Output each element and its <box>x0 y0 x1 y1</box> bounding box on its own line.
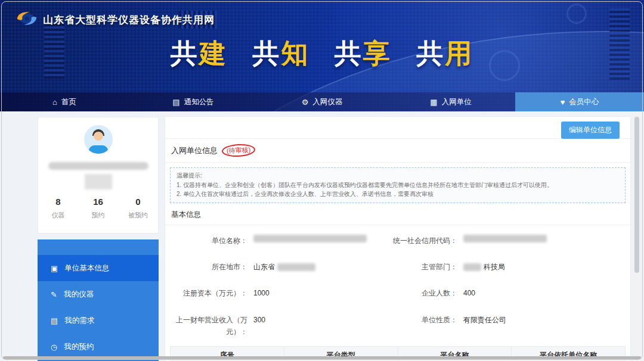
scrollbar-thumb[interactable] <box>634 117 639 273</box>
sidebar-item-label: 单位基本信息 <box>64 263 109 273</box>
my-instruments-icon: ✎ <box>51 291 57 298</box>
nav-tab-instruments[interactable]: ⚙ 入网仪器 <box>258 92 386 111</box>
field-value: 科技局 <box>457 261 505 273</box>
avatar <box>84 125 113 154</box>
field-text: 1000 <box>253 287 270 299</box>
field-label: 注册资本（万元）： <box>170 287 247 299</box>
avatar-body <box>89 145 108 154</box>
nav-tab-label: 通知公告 <box>184 97 214 107</box>
page: 山东省大型科学仪器设备协作共用网 共建 共知 共享 共用 ⌂ 首页 ▤ 通知公告… <box>0 0 644 361</box>
my-bookings-icon: ◷ <box>51 343 57 351</box>
nav-tab-label: 入网单位 <box>442 97 472 107</box>
field-employee-count: 企业人数： 400 <box>380 287 626 299</box>
status-badge-pending-review: (待审核) <box>221 144 255 158</box>
slogan-word: 共用 <box>416 36 473 71</box>
notice-title: 温馨提示: <box>177 171 619 181</box>
sidebar-item-my-instruments[interactable]: ✎ 我的仪器 <box>38 281 159 307</box>
field-value: 300 <box>247 314 265 326</box>
window-bottom-edge <box>3 356 641 359</box>
slogan-word: 共建 <box>171 36 228 71</box>
field-authority: 主管部门： 科技局 <box>380 261 626 273</box>
redacted-value <box>253 235 367 242</box>
ring-decoration <box>566 4 587 24</box>
redacted-value <box>463 263 481 271</box>
redacted-sub-info <box>85 174 112 189</box>
notice-icon: ▤ <box>172 98 179 106</box>
main-panel: 编辑单位信息 入网单位信息 (待审核) 温馨提示: 1. 仪器持有单位、企业和创… <box>165 116 631 361</box>
site-title: 山东省大型科学仪器设备协作共用网 <box>43 13 215 27</box>
stat-booked: 0 被预约 <box>118 197 158 220</box>
nav-tab-organizations[interactable]: ▦ 入网单位 <box>386 92 515 111</box>
instrument-icon: ⚙ <box>302 98 309 106</box>
page-title: 入网单位信息 <box>171 145 218 156</box>
field-value <box>457 235 547 242</box>
sidebar-item-my-demands[interactable]: ▤ 我的需求 <box>38 307 159 334</box>
field-label: 主管部门： <box>380 261 457 273</box>
profile-stats: 8 仪器 16 预约 0 被预约 <box>38 197 158 220</box>
field-text: 有限责任公司 <box>463 314 506 326</box>
nav-tab-label: 会员中心 <box>569 97 599 107</box>
sidebar-item-label: 我的需求 <box>64 316 94 326</box>
field-credit-code: 统一社会信用代码： <box>380 235 626 247</box>
field-label: 所在地市： <box>170 261 247 273</box>
sidebar-item-unit-info[interactable]: ▣ 单位基本信息 <box>38 255 159 281</box>
field-label: 单位名称： <box>170 235 247 247</box>
stat-label: 被预约 <box>118 211 158 220</box>
redacted-value <box>463 235 547 242</box>
field-unit-type: 单位性质： 有限责任公司 <box>380 314 626 338</box>
my-demands-icon: ▤ <box>51 317 58 325</box>
notice-line: 2. 单位入住首次审核通过后，企业再次修改企业人数、上年营业收入、承诺书信息，需… <box>177 189 619 199</box>
stat-label: 预约 <box>78 211 118 220</box>
redacted-value <box>277 263 315 271</box>
nav-tab-member-center[interactable]: ♥ 会员中心 <box>515 92 644 111</box>
stat-value: 0 <box>118 197 158 207</box>
section-header: 基本信息 <box>165 208 630 225</box>
notice-line: 1. 仪器持有单位、企业和创业（创客）团队在平台内发布仪器或预约仪器都需要先完善… <box>177 181 619 190</box>
field-text: 山东省 <box>253 261 275 273</box>
main-nav: ⌂ 首页 ▤ 通知公告 ⚙ 入网仪器 ▦ 入网单位 ♥ 会员中心 <box>0 92 644 111</box>
panel-title-row: 入网单位信息 (待审核) <box>165 138 630 163</box>
field-text: 科技局 <box>484 261 505 273</box>
field-label: 企业人数： <box>380 287 457 299</box>
home-icon: ⌂ <box>52 98 57 106</box>
field-label: 单位性质： <box>380 314 457 326</box>
field-label: 统一社会信用代码： <box>380 235 457 247</box>
edit-unit-info-button[interactable]: 编辑单位信息 <box>561 122 620 139</box>
field-value: 山东省 <box>247 261 315 273</box>
organization-icon: ▦ <box>430 98 437 106</box>
sidebar-item-label: 我的仪器 <box>64 290 94 300</box>
nav-tab-label: 首页 <box>61 97 76 107</box>
field-value: 400 <box>457 287 475 299</box>
field-last-year-revenue: 上一财年营业收入（万元）： 300 <box>170 314 380 338</box>
field-text: 300 <box>253 314 265 326</box>
field-value: 1000 <box>247 287 270 299</box>
field-value: 有限责任公司 <box>457 314 506 326</box>
member-icon: ♥ <box>561 98 565 106</box>
nav-tab-home[interactable]: ⌂ 首页 <box>0 92 129 111</box>
nav-tab-label: 入网仪器 <box>312 97 342 107</box>
avatar-face <box>94 132 103 141</box>
field-value <box>247 235 367 242</box>
field-unit-name: 单位名称： <box>170 235 380 247</box>
profile-card: 8 仪器 16 预约 0 被预约 <box>38 117 159 234</box>
slogan-word: 共享 <box>335 36 392 71</box>
site-logo: 山东省大型科学仪器设备协作共用网 <box>16 10 215 29</box>
logo-swirl-icon <box>16 10 38 29</box>
field-city: 所在地市： 山东省 <box>170 261 380 273</box>
unit-info-icon: ▣ <box>51 264 58 272</box>
top-banner: 山东省大型科学仪器设备协作共用网 共建 共知 共享 共用 ⌂ 首页 ▤ 通知公告… <box>0 0 644 111</box>
nav-tab-notices[interactable]: ▤ 通知公告 <box>129 92 258 111</box>
field-registered-capital: 注册资本（万元）： 1000 <box>170 287 380 299</box>
sidebar-menu: ▣ 单位基本信息 ✎ 我的仪器 ▤ 我的需求 ◷ 我的预约 <box>38 239 159 361</box>
stat-value: 16 <box>78 197 118 207</box>
stat-instruments: 8 仪器 <box>38 197 78 220</box>
section-title: 基本信息 <box>171 210 201 219</box>
banner-slogan: 共建 共知 共享 共用 <box>0 36 644 71</box>
slogan-word: 共知 <box>252 36 309 71</box>
field-text: 400 <box>463 287 475 299</box>
field-label: 上一财年营业收入（万元）： <box>170 314 247 338</box>
stat-value: 8 <box>38 197 78 207</box>
basic-info-fields: 单位名称： 统一社会信用代码： 所在地市： 山东省 主管部门： 科技局 注册资本… <box>165 225 630 338</box>
scrollbar-track[interactable] <box>634 111 640 361</box>
notice-box: 温馨提示: 1. 仪器持有单位、企业和创业（创客）团队在平台内发布仪器或预约仪器… <box>170 167 626 203</box>
